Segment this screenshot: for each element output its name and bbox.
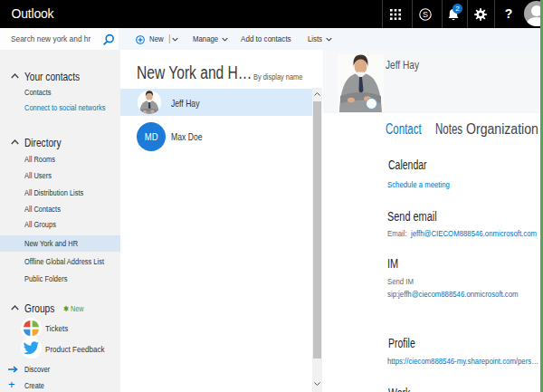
svg-text:S: S bbox=[423, 10, 428, 19]
